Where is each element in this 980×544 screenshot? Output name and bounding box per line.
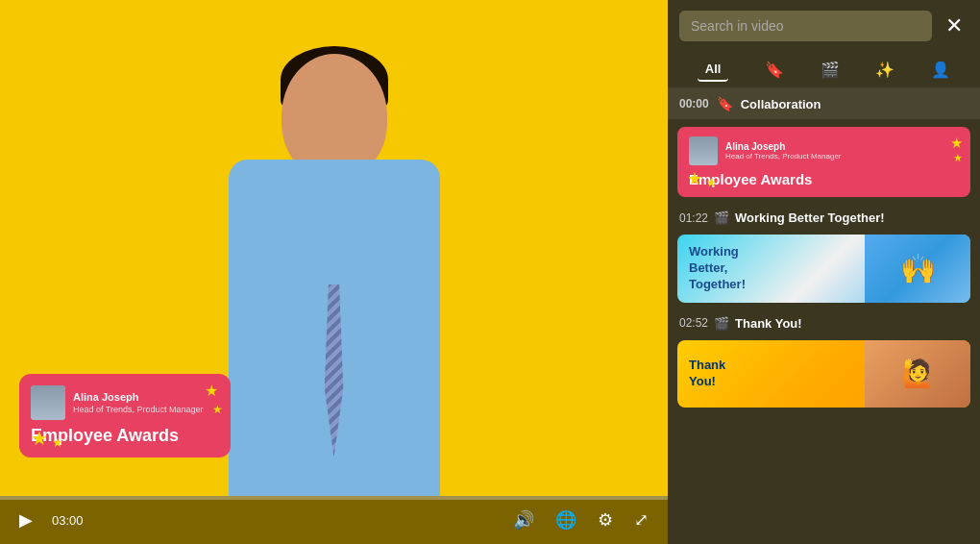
sidebar-content: 00:00 🔖 Collaboration Alina Joseph Head … xyxy=(668,88,980,544)
star-icon-tr: ★ xyxy=(950,135,963,152)
fullscreen-button[interactable]: ⤢ xyxy=(630,506,652,534)
language-button[interactable]: 🌐 xyxy=(551,506,580,534)
bookmark-icon: 🔖 xyxy=(717,96,733,111)
scene-stars-br: ★ ★ xyxy=(687,168,717,189)
scene-employee-header: Alina Joseph Head of Trends, Product Man… xyxy=(689,136,959,165)
settings-button[interactable]: ⚙ xyxy=(594,506,617,534)
sidebar-header: ✕ xyxy=(668,0,980,52)
scene-item-thankyou[interactable]: ThankYou! 🙋 xyxy=(677,340,970,408)
scene-item-employee-awards[interactable]: Alina Joseph Head of Trends, Product Man… xyxy=(677,127,970,197)
card-person-role: Head of Trends, Product Manager xyxy=(73,405,204,414)
section-title-1: Working Better Together! xyxy=(735,210,885,225)
video-player: Alina Joseph Head of Trends, Product Man… xyxy=(0,0,668,544)
scene-person-name: Alina Joseph xyxy=(725,141,842,152)
tab-scene[interactable]: 🎬 xyxy=(821,61,840,79)
tab-all[interactable]: All xyxy=(698,58,729,82)
thankyou-person-visual: 🙋 xyxy=(865,340,970,408)
search-sidebar: ✕ All 🔖 🎬 ✨ 👤 00:00 🔖 Collaboration Alin… xyxy=(668,0,980,544)
volume-button[interactable]: 🔊 xyxy=(509,506,538,534)
card-header: Alina Joseph Head of Trends, Product Man… xyxy=(31,385,219,420)
progress-bar-container[interactable] xyxy=(0,496,668,500)
section-title-0: Collaboration xyxy=(741,97,821,111)
stars-top-right: ★ ★ xyxy=(205,382,223,417)
card-person-name: Alina Joseph xyxy=(73,391,204,404)
video-controls-bar: ▶ 03:00 🔊 🌐 ⚙ ⤢ xyxy=(0,496,668,544)
scene-thankyou-card: ThankYou! 🙋 xyxy=(677,340,970,408)
star-icon-xs: ★ xyxy=(52,435,63,450)
scene-working-card: WorkingBetter,Together! 🙌 xyxy=(677,235,970,303)
close-button[interactable]: ✕ xyxy=(940,10,968,42)
search-wrapper xyxy=(679,11,932,41)
section-time-row-1: 01:22 🎬 Working Better Together! xyxy=(668,205,980,227)
video-background: Alina Joseph Head of Trends, Product Man… xyxy=(0,0,668,544)
star-icon-sm: ★ xyxy=(212,403,223,416)
scene-item-working-together[interactable]: WorkingBetter,Together! 🙌 xyxy=(677,235,970,303)
tab-effects[interactable]: ✨ xyxy=(875,61,894,79)
scene-person-role: Head of Trends, Product Manager xyxy=(725,152,842,161)
scene-stars-tr: ★ ★ xyxy=(943,135,963,164)
scene-employee-card: Alina Joseph Head of Trends, Product Man… xyxy=(677,127,970,197)
video-overlay-card: Alina Joseph Head of Trends, Product Man… xyxy=(19,374,231,457)
section-time-2: 02:52 xyxy=(679,316,708,330)
star-icon-br: ★ xyxy=(687,169,702,188)
star-icon-br2: ★ xyxy=(706,176,717,189)
tab-bookmark[interactable]: 🔖 xyxy=(765,61,784,79)
person-tie xyxy=(321,284,348,457)
working-hands-visual: 🙌 xyxy=(865,235,970,303)
star-icon-tr2: ★ xyxy=(953,152,963,164)
star-icon-lg: ★ xyxy=(31,428,48,449)
play-button[interactable]: ▶ xyxy=(15,506,37,534)
section-header-collaboration: 00:00 🔖 Collaboration xyxy=(668,88,980,119)
time-display: 03:00 xyxy=(52,513,84,528)
section-time-1: 01:22 xyxy=(679,211,708,225)
card-avatar xyxy=(31,385,65,420)
section-time-0: 00:00 xyxy=(679,97,709,111)
scene-icon-1: 🎬 xyxy=(714,210,729,225)
section-title-2: Thank You! xyxy=(735,316,802,331)
controls-right: 🔊 🌐 ⚙ ⤢ xyxy=(509,506,652,534)
thankyou-text: ThankYou! xyxy=(689,358,725,390)
tab-people[interactable]: 👤 xyxy=(931,61,950,79)
stars-bottom-left: ★ ★ xyxy=(31,427,63,450)
section-time-row-2: 02:52 🎬 Thank You! xyxy=(668,310,980,333)
scene-title-employee: Employee Awards xyxy=(689,171,959,187)
working-text: WorkingBetter,Together! xyxy=(689,244,746,293)
scene-avatar xyxy=(689,136,718,165)
scene-icon-2: 🎬 xyxy=(714,316,729,331)
star-icon: ★ xyxy=(205,383,218,399)
sidebar-tabs: All 🔖 🎬 ✨ 👤 xyxy=(668,52,980,88)
search-input[interactable] xyxy=(679,11,932,41)
person-body xyxy=(229,160,440,496)
